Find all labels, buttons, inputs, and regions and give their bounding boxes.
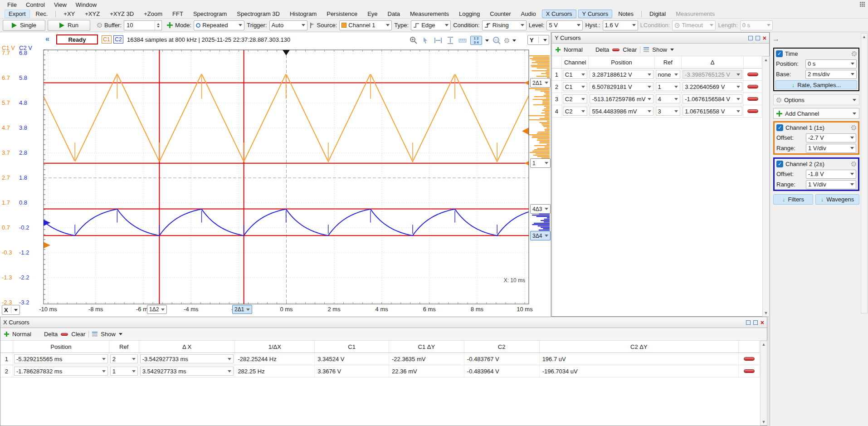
tab-audio[interactable]: Audio	[517, 10, 540, 18]
expand-right-icon[interactable]: →	[772, 35, 780, 43]
buffer-spinner[interactable]: 10	[124, 20, 162, 30]
edge-badge-4Δ3[interactable]: 4Δ3	[530, 204, 551, 214]
xcursor-cell-dx[interactable]: -3.542927733 ms	[140, 354, 234, 363]
xcursor-remove-cursor-button[interactable]	[744, 357, 755, 361]
tab-logging[interactable]: Logging	[455, 10, 484, 18]
tab-rec-[interactable]: Rec.	[32, 10, 52, 18]
tab-digital[interactable]: Digital	[645, 10, 670, 18]
wavegens-button[interactable]: ↓Wavegens	[815, 194, 859, 205]
options-button[interactable]: Options	[773, 94, 859, 105]
tab-x-cursors[interactable]: X Cursors	[542, 10, 576, 18]
xcursor-cell-dx[interactable]: 3.542927733 ms	[140, 367, 234, 376]
channel1-checkbox[interactable]: ✓	[776, 124, 783, 131]
time-base-select[interactable]: 2 ms/div	[805, 70, 857, 79]
ycursor-cell-position[interactable]: 3.287188612 V	[590, 70, 653, 79]
time-checkbox[interactable]: ✓	[776, 50, 783, 57]
xcursor-cell-ref[interactable]: 2	[110, 354, 138, 363]
ycursor-cell-position[interactable]: 6.507829181 V	[590, 82, 653, 91]
xcursor-cell-position[interactable]: -5.329215565 ms	[14, 354, 108, 363]
ycursor-cell-ref[interactable]: 1	[656, 82, 681, 91]
edge-badge-2Δ1[interactable]: 2Δ1	[530, 78, 551, 88]
tab-y-cursors[interactable]: Y Cursors	[578, 10, 613, 18]
ycursor-cell-delta[interactable]: -3.3985765125 V	[683, 70, 742, 79]
time-position-select[interactable]: 0 s	[805, 59, 857, 69]
tab-measurements[interactable]: Measurements	[406, 10, 453, 18]
buffer-gear-icon[interactable]	[97, 23, 102, 28]
ycursor-cell-delta[interactable]: -1.0676156584 V	[683, 94, 742, 103]
close-window-icon[interactable]: ×	[763, 35, 766, 41]
channel2-range-select[interactable]: 1 V/div	[806, 180, 856, 189]
ycursor-cell-ref[interactable]: 3	[656, 107, 681, 116]
ycursor-cell-ref[interactable]: none	[656, 70, 681, 79]
menu-control[interactable]: Control	[21, 0, 49, 9]
tab-counter[interactable]: Counter	[486, 10, 515, 18]
hyst-select[interactable]: 1.6 V	[603, 20, 638, 30]
condition-select[interactable]: Rising	[482, 20, 527, 30]
spinner-arrows-icon[interactable]	[155, 21, 161, 30]
axis-badge-2Δ1[interactable]: 2Δ1	[232, 305, 252, 314]
tab--xy[interactable]: +XY	[59, 10, 79, 18]
channel1-gear-icon[interactable]	[851, 125, 856, 130]
channel2-offset-select[interactable]: -1.8 V	[806, 170, 856, 179]
clear-icon[interactable]	[61, 333, 68, 336]
clear-button[interactable]: Clear	[623, 46, 637, 53]
tab--xyz[interactable]: +XYZ	[81, 10, 104, 18]
type-select[interactable]: Edge	[411, 20, 451, 30]
level-select[interactable]: 5 V	[546, 20, 583, 30]
plot-canvas[interactable]	[0, 32, 551, 317]
ycursor-cell-delta[interactable]: 1.067615658 V	[683, 107, 742, 116]
delta-button[interactable]: Delta	[44, 331, 58, 338]
axis-badge-1Δ2[interactable]: 1Δ2	[147, 305, 167, 314]
tab-spectrogram-3d[interactable]: Spectrogram 3D	[233, 10, 284, 18]
run-button[interactable]: Run	[48, 20, 90, 31]
source-select[interactable]: Channel 1	[339, 20, 392, 30]
float-window-icon[interactable]	[746, 320, 751, 325]
clear-icon[interactable]	[612, 49, 619, 51]
rate-samples-button[interactable]: ↓Rate, Samples...	[775, 80, 857, 89]
edge-badge-3Δ4[interactable]: 3Δ4	[530, 231, 551, 240]
ycursor-cell-channel[interactable]: C2	[563, 94, 588, 103]
menu-file[interactable]: File	[3, 0, 21, 9]
close-window-icon[interactable]: ×	[761, 320, 764, 325]
menu-window[interactable]: Window	[71, 0, 101, 9]
ycursor-cell-delta[interactable]: 3.220640569 V	[683, 82, 742, 91]
tab--zoom[interactable]: +Zoom	[140, 10, 166, 18]
ycursor-cell-channel[interactable]: C1	[563, 70, 588, 79]
xcursor-cell-position[interactable]: -1.786287832 ms	[14, 367, 108, 376]
tab-histogram[interactable]: Histogram	[286, 10, 321, 18]
add-mode-icon[interactable]	[167, 22, 173, 28]
add-normal-icon[interactable]	[4, 332, 9, 337]
ycursor-cell-position[interactable]: 554.4483986 mV	[590, 107, 653, 116]
xcursor-remove-cursor-button[interactable]	[744, 369, 755, 373]
channel2-checkbox[interactable]: ✓	[776, 161, 783, 167]
show-dropdown-icon[interactable]	[670, 49, 674, 53]
channel2-gear-icon[interactable]	[851, 162, 856, 166]
delta-button[interactable]: Delta	[595, 46, 609, 53]
show-dropdown-icon[interactable]	[119, 333, 122, 337]
maximize-window-icon[interactable]	[753, 320, 758, 325]
ycursor-cell-position[interactable]: -513.167259786 mV	[590, 94, 653, 103]
tab-spectrogram[interactable]: Spectrogram	[189, 10, 231, 18]
time-gear-icon[interactable]	[852, 51, 857, 56]
maximize-window-icon[interactable]	[756, 36, 760, 40]
xcursor-cell-ref[interactable]: 1	[110, 367, 138, 376]
tab-fft[interactable]: FFT	[168, 10, 187, 18]
tab-persistence[interactable]: Persistence	[322, 10, 361, 18]
mode-select[interactable]: Repeated	[194, 20, 244, 30]
add-channel-button[interactable]: Add Channel	[773, 108, 859, 119]
sidebar-scrollbar[interactable]: ▲	[861, 33, 868, 313]
show-button[interactable]: Show	[101, 331, 116, 338]
length-select[interactable]: 0 s	[740, 20, 773, 30]
ycursor-remove-cursor-button[interactable]	[747, 73, 758, 76]
show-button[interactable]: Show	[652, 46, 667, 53]
tab-data[interactable]: Data	[384, 10, 404, 18]
filters-button[interactable]: ↓Filters	[773, 194, 813, 205]
ycursor-cell-channel[interactable]: C2	[563, 107, 588, 116]
float-window-icon[interactable]	[748, 36, 753, 40]
tab-notes[interactable]: Notes	[614, 10, 638, 18]
edge-badge-1[interactable]: 1	[530, 158, 551, 168]
y-cursors-scrollbar[interactable]: ▲▼	[762, 56, 770, 317]
clear-button[interactable]: Clear	[71, 331, 85, 338]
tab-export[interactable]: Export	[5, 10, 30, 18]
ycursor-remove-cursor-button[interactable]	[747, 97, 758, 101]
